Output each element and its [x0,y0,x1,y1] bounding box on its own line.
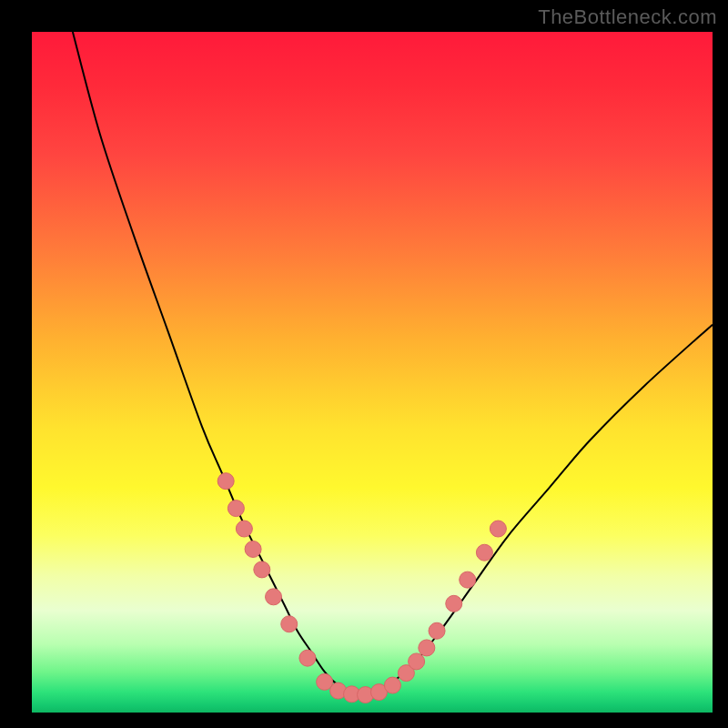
data-point [460,571,476,588]
data-point [429,622,445,639]
data-point [281,616,298,632]
data-point [384,677,400,693]
watermark-text: TheBottleneck.com [538,5,717,29]
chart-svg [32,32,713,713]
data-point [476,544,492,561]
data-point [236,521,252,537]
data-point [446,595,462,612]
bottleneck-curve [73,32,713,695]
curve-markers [217,473,506,703]
data-point [228,500,244,517]
data-point [409,653,425,670]
data-point [490,521,506,537]
plot-area [32,32,713,713]
data-point [266,589,282,605]
data-point [419,640,435,656]
outer-frame: TheBottleneck.com [0,0,728,728]
data-point [299,650,316,666]
data-point [217,473,234,490]
data-point [254,561,270,578]
data-point [245,541,261,557]
